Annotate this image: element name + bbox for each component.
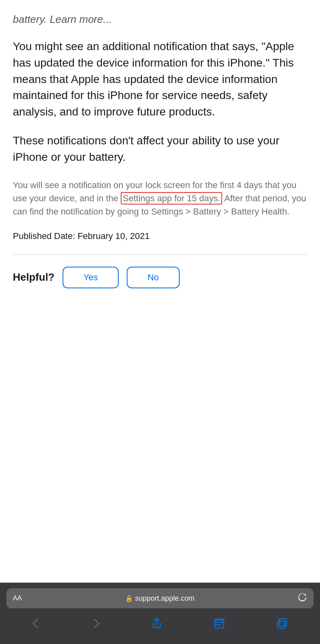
page-wrapper: battery. Learn more... You might see an …: [0, 0, 320, 644]
tabs-button[interactable]: [272, 616, 292, 634]
url-text: support.apple.com: [135, 594, 194, 603]
share-button[interactable]: [147, 616, 167, 634]
svg-rect-0: [215, 619, 224, 628]
reload-button[interactable]: [298, 592, 307, 604]
url-display[interactable]: 🔒 support.apple.com: [25, 594, 294, 603]
bookmarks-button[interactable]: [209, 616, 229, 634]
helpful-section: Helpful? Yes No: [13, 267, 307, 304]
highlighted-settings-text: Settings app for 15 days.: [121, 192, 222, 205]
browser-nav: [6, 612, 314, 641]
back-button[interactable]: [28, 616, 45, 634]
svg-rect-1: [279, 619, 286, 626]
url-bar[interactable]: AA 🔒 support.apple.com: [6, 588, 314, 608]
content-area: battery. Learn more... You might see an …: [0, 0, 320, 583]
top-italic-text: battery. Learn more...: [13, 12, 307, 26]
no-button[interactable]: No: [127, 267, 180, 288]
lock-icon: 🔒: [125, 595, 133, 602]
paragraph-lock-screen: You will see a notification on your lock…: [13, 178, 307, 218]
forward-button[interactable]: [87, 616, 104, 634]
paragraph-notifications: These notifications don't affect your ab…: [13, 133, 307, 165]
divider: [13, 254, 307, 255]
browser-bar-area: AA 🔒 support.apple.com: [0, 583, 320, 644]
helpful-label: Helpful?: [13, 271, 55, 284]
aa-text[interactable]: AA: [13, 594, 22, 602]
svg-rect-2: [277, 621, 285, 628]
published-date: Published Date: February 10, 2021: [13, 231, 307, 241]
paragraph-main: You might see an additional notification…: [13, 38, 307, 120]
yes-button[interactable]: Yes: [63, 267, 119, 288]
